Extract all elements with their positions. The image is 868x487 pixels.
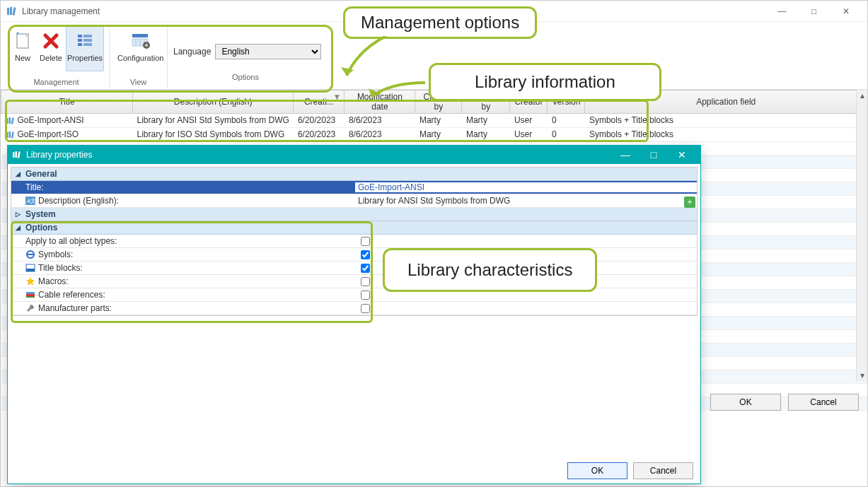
- manuf-parts-label-text: Manufacturer parts:: [38, 303, 112, 313]
- vertical-scrollbar[interactable]: ▴ ▾: [856, 90, 867, 381]
- col-modified-by[interactable]: Modified by: [462, 90, 510, 114]
- cell-modified-by: Marty: [462, 114, 510, 128]
- svg-marker-36: [26, 277, 35, 286]
- svg-rect-21: [6, 118, 8, 124]
- prop-title-label: Title:: [11, 182, 355, 192]
- main-titlebar: Library management — □ ✕: [1, 1, 867, 22]
- scroll-down-button[interactable]: ▾: [857, 370, 867, 381]
- main-ok-button[interactable]: OK: [710, 394, 781, 411]
- prop-row-description[interactable]: A文Description (English): Library for ANS…: [11, 194, 697, 208]
- language-select[interactable]: English: [215, 44, 321, 59]
- prop-row-macros[interactable]: Macros:: [11, 275, 697, 288]
- window-controls: — □ ✕: [766, 1, 862, 21]
- view-group-label: View: [115, 76, 161, 88]
- svg-rect-35: [26, 269, 35, 271]
- svg-rect-9: [83, 35, 92, 37]
- cell-creation: 6/20/2023: [294, 114, 345, 128]
- props-ok-button[interactable]: OK: [567, 462, 627, 479]
- wrench-icon: [25, 303, 35, 313]
- macros-label: Macros:: [11, 276, 355, 286]
- configuration-button[interactable]: Configuration: [115, 26, 166, 71]
- cell-creator: User: [510, 114, 548, 128]
- cell-description: Library for ANSI Std Symbols from DWG: [133, 114, 294, 128]
- title-blocks-checkbox[interactable]: [361, 264, 370, 273]
- props-titlebar-icon: [12, 150, 22, 160]
- properties-label: Properties: [67, 54, 103, 62]
- prop-desc-label: A文Description (English):: [11, 196, 355, 206]
- section-system[interactable]: ▷System: [11, 208, 697, 221]
- cell-title: GoE-Import-ISO: [18, 129, 79, 139]
- add-language-button[interactable]: +: [684, 196, 695, 208]
- sort-desc-icon: ▼: [333, 92, 342, 102]
- cable-refs-label: Cable references:: [11, 290, 355, 300]
- col-version[interactable]: Version: [548, 90, 585, 114]
- col-title[interactable]: Title: [1, 90, 133, 114]
- macros-checkbox[interactable]: [361, 277, 370, 286]
- props-cancel-button[interactable]: Cancel: [633, 462, 693, 479]
- cell-modified-by: Marty: [462, 127, 510, 141]
- management-group-label: Management: [9, 76, 103, 88]
- prop-row-symbols[interactable]: Symbols:: [11, 248, 697, 262]
- col-application-field[interactable]: Application field: [585, 90, 867, 114]
- cell-creation: 6/20/2023: [294, 127, 345, 141]
- svg-rect-8: [78, 35, 82, 37]
- cable-refs-label-text: Cable references:: [38, 290, 105, 300]
- props-maximize-button[interactable]: □: [640, 149, 668, 160]
- col-creator[interactable]: Creator: [510, 90, 548, 114]
- new-icon: *: [11, 30, 34, 52]
- svg-rect-29: [18, 151, 21, 158]
- library-management-window: Library management — □ ✕ * New Delete Pr…: [0, 0, 868, 487]
- table-row[interactable]: GoE-Import-ISO Library for ISO Std Symbo…: [1, 127, 867, 141]
- apply-all-checkbox[interactable]: [361, 237, 370, 246]
- main-cancel-button[interactable]: Cancel: [788, 394, 859, 411]
- prop-desc-value[interactable]: Library for ANSI Std Symbols from DWG+: [355, 196, 697, 206]
- prop-row-cable-refs[interactable]: Cable references:: [11, 288, 697, 302]
- configuration-label: Configuration: [117, 54, 163, 62]
- properties-icon: [74, 30, 96, 52]
- ribbon-group-options: Language English Options: [168, 25, 323, 89]
- section-options[interactable]: ◢Options: [11, 221, 697, 235]
- collapse-icon: ◢: [16, 224, 24, 231]
- prop-row-title-blocks[interactable]: Title blocks:: [11, 262, 697, 275]
- col-modification[interactable]: Modification date: [345, 90, 415, 114]
- prop-row-manuf-parts[interactable]: Manufacturer parts:: [11, 302, 697, 315]
- col-creation-text: Creati...: [304, 97, 334, 107]
- grid-header-row: Title Description (English) Creati...▼ M…: [1, 90, 867, 114]
- section-general[interactable]: ◢General: [11, 168, 697, 181]
- scroll-up-button[interactable]: ▴: [857, 90, 867, 101]
- manuf-parts-label: Manufacturer parts:: [11, 303, 355, 313]
- table-row[interactable]: GoE-Import-ANSI Library for ANSI Std Sym…: [1, 114, 867, 128]
- cell-version: 0: [548, 127, 585, 141]
- col-created-by[interactable]: Created by: [415, 90, 462, 114]
- new-button[interactable]: * New: [9, 26, 36, 71]
- svg-rect-25: [8, 131, 11, 138]
- cable-refs-checkbox[interactable]: [361, 291, 370, 300]
- svg-rect-38: [26, 292, 35, 294]
- props-close-button[interactable]: ✕: [668, 149, 696, 160]
- col-creation[interactable]: Creati...▼: [294, 90, 345, 114]
- ribbon-group-management: * New Delete Properties Management: [4, 25, 110, 89]
- delete-icon: [40, 30, 62, 52]
- manuf-parts-checkbox[interactable]: [361, 304, 370, 313]
- properties-button[interactable]: Properties: [66, 26, 104, 71]
- title-blocks-icon: [25, 263, 35, 273]
- prop-row-title[interactable]: Title: GoE-Import-ANSI: [11, 181, 697, 194]
- maximize-button[interactable]: □: [798, 1, 830, 21]
- col-description[interactable]: Description (English): [133, 90, 294, 114]
- props-minimize-button[interactable]: —: [611, 149, 640, 160]
- props-footer: OK Cancel: [567, 462, 693, 479]
- new-label: New: [15, 54, 30, 62]
- delete-button[interactable]: Delete: [37, 26, 64, 71]
- library-row-icon: [6, 130, 16, 140]
- minimize-button[interactable]: —: [766, 1, 798, 21]
- symbols-checkbox[interactable]: [361, 250, 370, 259]
- prop-title-value[interactable]: GoE-Import-ANSI: [355, 182, 697, 192]
- title-blocks-label-text: Title blocks:: [38, 263, 83, 273]
- props-titlebar: Library properties — □ ✕: [8, 146, 700, 164]
- cell-created-by: Marty: [415, 127, 462, 141]
- prop-row-apply-all[interactable]: Apply to all object types:: [11, 235, 697, 248]
- svg-rect-24: [6, 132, 8, 138]
- symbols-icon: [25, 250, 35, 259]
- close-button[interactable]: ✕: [830, 1, 862, 21]
- window-title: Library management: [22, 6, 766, 16]
